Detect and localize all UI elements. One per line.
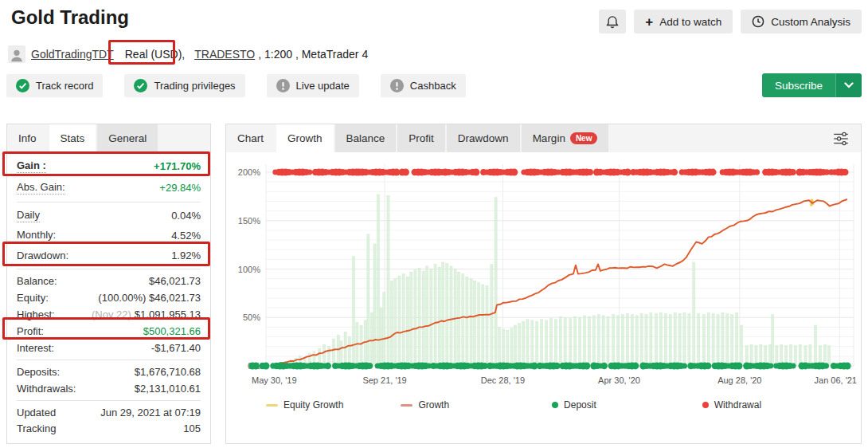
stat-label: Daily: [17, 209, 40, 222]
stats-group: UpdatedJun 29, 2021 at 07:19Tracking105: [17, 401, 201, 439]
legend-label: Deposit: [564, 399, 596, 411]
badge-trading-privileges[interactable]: Trading privileges: [124, 74, 244, 97]
legend-swatch-dot: [552, 402, 558, 408]
svg-text:50%: 50%: [243, 312, 260, 322]
stat-row-deposits: Deposits:$1,676,710.68: [17, 364, 201, 380]
stat-row-updated: UpdatedJun 29, 2021 at 07:19: [17, 404, 201, 420]
chart-settings-button[interactable]: [829, 128, 853, 149]
stat-value: $2,131,010.61: [135, 383, 201, 395]
legend-label: Withdrawal: [714, 399, 761, 411]
account-meta: , 1:200 , MetaTrader 4: [258, 48, 368, 61]
stat-label: Monthly:: [17, 229, 56, 242]
legend-swatch-dot: [702, 402, 709, 408]
badge-live-update[interactable]: Live update: [267, 74, 359, 97]
stat-value: -$1,671.40: [151, 342, 201, 354]
bell-icon: [605, 14, 620, 29]
chevron-down-icon: [844, 82, 854, 88]
stat-row-interest: Interest:-$1,671.40: [17, 340, 201, 356]
tab-drawdown[interactable]: Drawdown: [447, 124, 520, 152]
tab-label: Drawdown: [458, 132, 509, 144]
badge-cashback[interactable]: Cashback: [381, 74, 466, 97]
custom-analysis-label: Custom Analysis: [771, 16, 850, 28]
check-icon-wrap: [16, 79, 29, 92]
stat-row-withdrawals: Withdrawals:$2,131,010.61: [17, 380, 201, 397]
stat-row-profit: Profit:$500,321.66: [17, 323, 201, 340]
stat-row-absgain: Abs. Gain:+29.84%: [17, 177, 201, 198]
subscribe-button[interactable]: Subscribe: [762, 73, 862, 97]
stat-row-balance: Balance:$46,021.73: [17, 273, 201, 289]
stat-value: 0.04%: [171, 210, 201, 222]
stat-label: Equity:: [17, 292, 49, 304]
svg-text:Aug 28, '20: Aug 28, '20: [717, 375, 761, 385]
stat-value: +29.84%: [159, 182, 201, 194]
legend-item-growth[interactable]: Growth: [401, 399, 449, 411]
stat-row-daily: Daily0.04%: [17, 206, 201, 226]
stat-value: (Nov 22)$1,091,955.13: [92, 308, 201, 320]
tab-label: Chart: [237, 132, 264, 144]
legend-item-withdrawal[interactable]: Withdrawal: [702, 399, 761, 411]
stat-row-highest: Highest:(Nov 22)$1,091,955.13: [17, 306, 201, 323]
check-circle-icon: [16, 79, 29, 92]
stat-value: 105: [183, 422, 201, 434]
legend-item-deposit[interactable]: Deposit: [552, 399, 596, 411]
check-circle-icon: [134, 79, 147, 92]
stat-row-tracking: Tracking105: [17, 420, 201, 436]
stat-row-drawdown: Drawdown:1.92%: [17, 246, 201, 265]
tab-margin[interactable]: MarginNew: [522, 124, 609, 152]
stat-value: $1,676,710.68: [135, 366, 201, 378]
exclamation-circle-icon: [276, 79, 290, 92]
tab-balance[interactable]: Balance: [335, 124, 397, 152]
broker-link[interactable]: TRADESTO: [194, 48, 255, 61]
tab-general[interactable]: General: [97, 124, 158, 152]
stats-group: Deposits:$1,676,710.68Withdrawals:$2,131…: [17, 360, 201, 401]
warning-icon-wrap: [276, 79, 290, 92]
account-username-link[interactable]: GoldTradingTDT: [31, 48, 114, 61]
stat-value: +171.70%: [154, 160, 201, 172]
stat-value: 1.92%: [171, 250, 201, 261]
tab-label: Stats: [61, 132, 85, 144]
warning-icon-wrap: [390, 79, 404, 92]
badge-label: Track record: [36, 80, 93, 92]
growth-chart[interactable]: 0%50%100%150%200%May 30, '19Sep 21, '19D…: [226, 152, 861, 395]
svg-text:Apr 30, '20: Apr 30, '20: [598, 375, 640, 385]
stats-panel-tabs: InfoStatsGeneral: [7, 124, 210, 152]
stats-group: Balance:$46,021.73Equity:(100.00%) $46,0…: [17, 269, 201, 360]
stat-label: Updated: [17, 407, 56, 419]
stat-label: Profit:: [17, 325, 44, 337]
svg-text:Jan 06, '21: Jan 06, '21: [815, 375, 857, 385]
stat-label: Abs. Gain:: [17, 181, 65, 195]
legend-swatch-line: [266, 404, 278, 407]
legend-swatch-line: [401, 404, 412, 407]
subscribe-dropdown[interactable]: [835, 73, 862, 97]
stat-label: Drawdown:: [17, 250, 68, 261]
tab-stats[interactable]: Stats: [49, 124, 96, 152]
stats-panel: InfoStatsGeneral Gain :+171.70%Abs. Gain…: [6, 124, 211, 444]
stats-group: Gain :+171.70%Abs. Gain:+29.84%: [17, 152, 201, 202]
legend-item-equity-growth[interactable]: Equity Growth: [266, 399, 343, 411]
svg-text:Sep 21, '19: Sep 21, '19: [362, 375, 406, 385]
tab-growth[interactable]: Growth: [276, 124, 334, 152]
badge-label: Trading privileges: [154, 80, 235, 92]
custom-analysis-button[interactable]: Custom Analysis: [741, 10, 862, 33]
tab-chart[interactable]: Chart: [226, 124, 275, 152]
svg-text:May 30, '19: May 30, '19: [252, 375, 297, 385]
new-badge: New: [570, 132, 598, 144]
trading-account-page: Gold Trading + Add to watch Custom Analy…: [0, 0, 868, 448]
badge-track-record[interactable]: Track record: [6, 74, 103, 97]
chart-panel: ChartGrowthBalanceProfitDrawdownMarginNe…: [225, 124, 862, 444]
tab-info[interactable]: Info: [7, 124, 48, 152]
sliders-icon: [831, 130, 850, 147]
tab-label: Growth: [287, 132, 323, 144]
tab-profit[interactable]: Profit: [397, 124, 445, 152]
add-to-watch-button[interactable]: + Add to watch: [634, 10, 733, 33]
account-info-row: GoldTradingTDT Real (USD), TRADESTO , 1:…: [8, 45, 368, 64]
legend-label: Growth: [418, 399, 449, 411]
stat-label: Tracking: [17, 422, 56, 434]
svg-text:Dec 28, '19: Dec 28, '19: [481, 375, 525, 385]
stat-label: Interest:: [17, 342, 54, 354]
chart-legend: Equity GrowthGrowthDepositWithdrawal: [226, 399, 861, 411]
stat-value: (100.00%) $46,021.73: [98, 292, 201, 304]
stat-value: $500,321.66: [143, 325, 201, 337]
alerts-button[interactable]: [599, 10, 626, 33]
avatar: [8, 45, 25, 63]
